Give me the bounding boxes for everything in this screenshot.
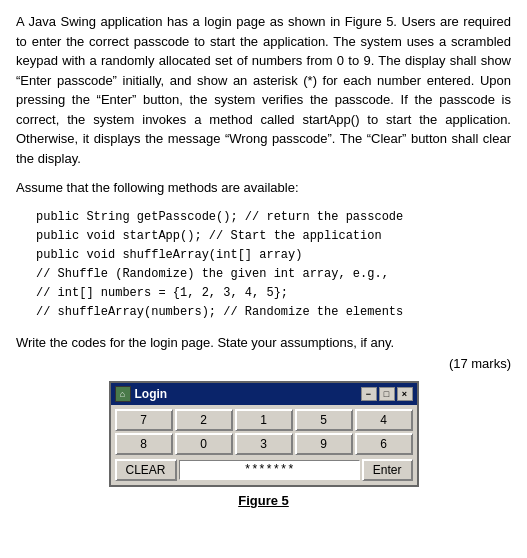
key-2[interactable]: 2 [175, 409, 233, 431]
keypad-row1: 7 2 1 5 4 8 0 3 9 6 [115, 409, 413, 455]
key-3[interactable]: 3 [235, 433, 293, 455]
login-window: ⌂ Login − □ × 7 2 1 5 4 8 0 3 9 6 CLEAR … [109, 381, 419, 487]
restore-button[interactable]: □ [379, 387, 395, 401]
titlebar-left: ⌂ Login [115, 386, 168, 402]
code-line-3: public void shuffleArray(int[] array) [36, 246, 511, 265]
bottom-row: CLEAR ******* Enter [115, 459, 413, 481]
write-line: Write the codes for the login page. Stat… [16, 333, 511, 353]
key-9[interactable]: 9 [295, 433, 353, 455]
key-1[interactable]: 1 [235, 409, 293, 431]
titlebar: ⌂ Login − □ × [111, 383, 417, 405]
key-6[interactable]: 6 [355, 433, 413, 455]
key-8[interactable]: 8 [115, 433, 173, 455]
clear-button[interactable]: CLEAR [115, 459, 177, 481]
close-button[interactable]: × [397, 387, 413, 401]
figure-caption: Figure 5 [16, 493, 511, 508]
app-icon: ⌂ [115, 386, 131, 402]
key-7[interactable]: 7 [115, 409, 173, 431]
minimize-button[interactable]: − [361, 387, 377, 401]
code-line-4: // Shuffle (Randomize) the given int arr… [36, 265, 511, 284]
titlebar-controls: − □ × [361, 387, 413, 401]
code-line-6: // shuffleArray(numbers); // Randomize t… [36, 303, 511, 322]
key-4[interactable]: 4 [355, 409, 413, 431]
code-line-1: public String getPasscode(); // return t… [36, 208, 511, 227]
assume-line: Assume that the following methods are av… [16, 178, 511, 198]
enter-button[interactable]: Enter [362, 459, 413, 481]
code-line-2: public void startApp(); // Start the app… [36, 227, 511, 246]
code-line-5: // int[] numbers = {1, 2, 3, 4, 5}; [36, 284, 511, 303]
window-title: Login [135, 387, 168, 401]
key-0[interactable]: 0 [175, 433, 233, 455]
intro-paragraph: A Java Swing application has a login pag… [16, 12, 511, 168]
figure-caption-text: Figure 5 [238, 493, 289, 508]
window-body: 7 2 1 5 4 8 0 3 9 6 CLEAR ******* Enter [111, 405, 417, 485]
passcode-display: ******* [179, 460, 360, 480]
key-5[interactable]: 5 [295, 409, 353, 431]
marks-line: (17 marks) [16, 356, 511, 371]
code-block: public String getPasscode(); // return t… [36, 208, 511, 323]
